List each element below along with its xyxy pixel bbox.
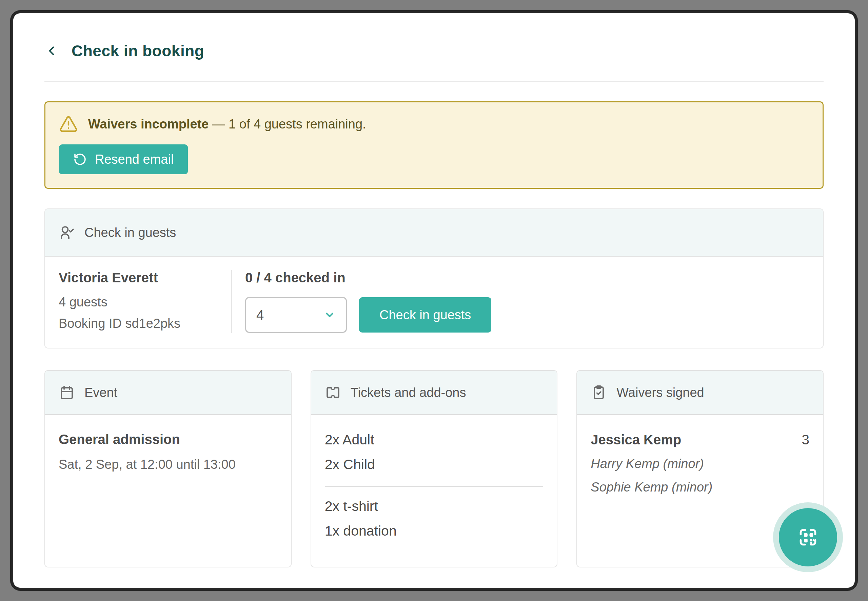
event-card-body: General admission Sat, 2 Sep, at 12:00 u… [45, 415, 291, 472]
addons-divider [325, 486, 543, 487]
ticket-item: 2x Child [325, 457, 543, 473]
qr-fab-halo [773, 502, 843, 572]
check-in-guests-title: Check in guests [84, 226, 176, 240]
calendar-icon [59, 384, 75, 401]
clipboard-check-icon [590, 384, 607, 401]
tickets-card-header: Tickets and add-ons [311, 371, 557, 415]
warning-detail: — 1 of 4 guests remaining. [212, 117, 366, 131]
ticket-item: 2x Adult [325, 432, 543, 448]
page-header: Check in booking [44, 42, 824, 60]
qr-code-icon [795, 525, 821, 550]
checked-in-status: 0 / 4 checked in [245, 270, 491, 285]
ticket-icon [325, 384, 341, 401]
warning-row: Waivers incomplete— 1 of 4 guests remain… [59, 114, 809, 134]
rotate-ccw-icon [73, 153, 87, 166]
check-in-controls: 0 / 4 checked in 4 Check in guests [232, 270, 491, 333]
minor-name: Sophie Kemp (minor) [590, 480, 809, 494]
minor-name: Harry Kemp (minor) [590, 457, 809, 471]
guest-count-select[interactable]: 4 [245, 297, 347, 333]
event-card: Event General admission Sat, 2 Sep, at 1… [44, 370, 291, 567]
chevron-down-icon [323, 309, 336, 321]
waivers-card-title: Waivers signed [616, 385, 704, 400]
waivers-card-header: Waivers signed [577, 371, 823, 415]
details-cards-row: Event General admission Sat, 2 Sep, at 1… [44, 370, 824, 567]
check-in-guests-button[interactable]: Check in guests [359, 297, 491, 333]
resend-email-label: Resend email [95, 152, 174, 167]
check-in-booking-page: Check in booking Waivers incomplete— 1 o… [10, 10, 858, 591]
signer-name: Jessica Kemp [590, 432, 681, 447]
check-in-guests-header: Check in guests [45, 209, 823, 256]
check-in-guests-panel: Check in guests Victoria Everett 4 guest… [44, 209, 824, 348]
resend-email-button[interactable]: Resend email [59, 144, 188, 174]
guest-count: 4 guests [59, 295, 231, 310]
waivers-count: 3 [802, 432, 809, 448]
addon-item: 1x donation [325, 523, 543, 539]
warning-title: Waivers incomplete [88, 117, 209, 131]
event-card-title: Event [84, 385, 117, 400]
waivers-warning-banner: Waivers incomplete— 1 of 4 guests remain… [44, 101, 824, 189]
event-schedule: Sat, 2 Sep, at 12:00 until 13:00 [59, 457, 278, 472]
warning-message: Waivers incomplete— 1 of 4 guests remain… [88, 117, 366, 131]
tickets-card-body: 2x Adult 2x Child 2x t-shirt 1x donation [311, 415, 557, 539]
booking-id: Booking ID sd1e2pks [59, 316, 231, 331]
scan-qr-button[interactable] [779, 508, 837, 566]
check-in-guests-body: Victoria Everett 4 guests Booking ID sd1… [45, 256, 823, 348]
addon-item: 2x t-shirt [325, 498, 543, 514]
event-card-header: Event [45, 371, 291, 415]
page-title: Check in booking [72, 42, 204, 60]
guest-count-select-value: 4 [256, 307, 264, 323]
tickets-card: Tickets and add-ons 2x Adult 2x Child 2x… [311, 370, 558, 567]
controls-row: 4 Check in guests [245, 297, 491, 333]
back-button[interactable] [44, 44, 59, 58]
chevron-left-icon [44, 44, 59, 58]
header-divider [44, 81, 824, 82]
booking-summary: Victoria Everett 4 guests Booking ID sd1… [59, 270, 231, 333]
event-name: General admission [59, 432, 278, 447]
lead-guest-name: Victoria Everett [59, 270, 231, 285]
signer-row: Jessica Kemp 3 [590, 432, 809, 448]
tickets-card-title: Tickets and add-ons [351, 385, 466, 400]
alert-triangle-icon [59, 114, 78, 134]
waivers-card-body: Jessica Kemp 3 Harry Kemp (minor) Sophie… [577, 415, 823, 494]
user-check-icon [59, 224, 75, 241]
